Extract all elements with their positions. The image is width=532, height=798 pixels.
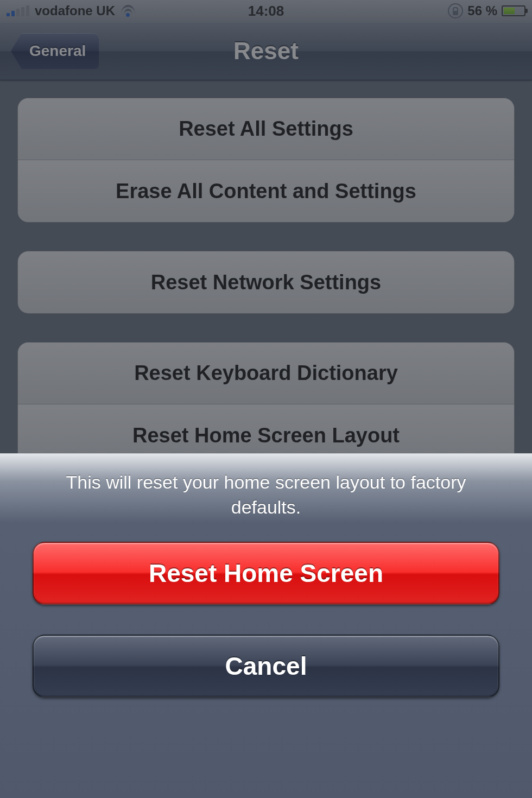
button-label: Reset Home Screen	[149, 559, 383, 588]
action-sheet: This will reset your home screen layout …	[0, 453, 532, 798]
button-label: Cancel	[225, 651, 307, 681]
cancel-button[interactable]: Cancel	[33, 635, 499, 698]
action-sheet-message: This will reset your home screen layout …	[33, 470, 499, 520]
reset-home-screen-button[interactable]: Reset Home Screen	[33, 542, 499, 605]
